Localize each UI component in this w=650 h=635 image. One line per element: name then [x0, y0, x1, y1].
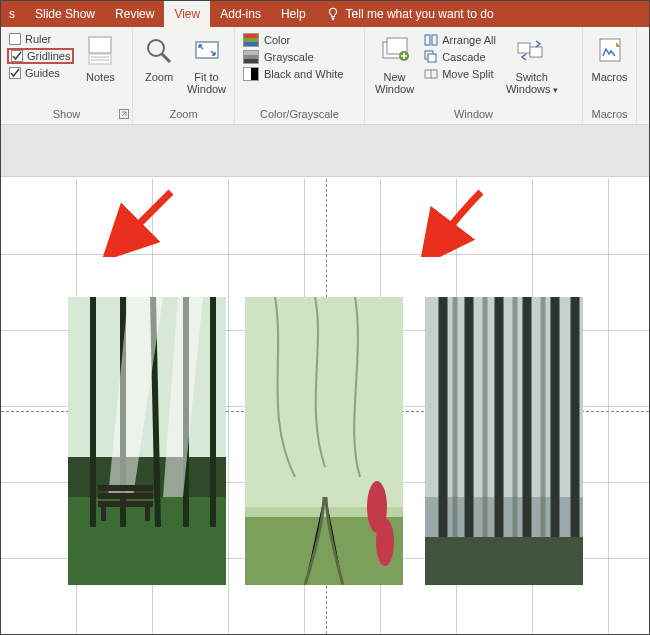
notes-button[interactable]: Notes	[80, 31, 120, 83]
fit-window-button[interactable]: Fit toWindow	[185, 31, 228, 95]
move-split-button[interactable]: Move Split	[424, 67, 496, 81]
group-colorgray: Color Grayscale Black and White Color/Gr…	[235, 27, 365, 124]
svg-rect-52	[425, 537, 583, 585]
chevron-down-icon: ▾	[553, 85, 558, 95]
svg-rect-31	[98, 493, 153, 499]
cascade-button[interactable]: Cascade	[424, 50, 496, 64]
svg-rect-32	[98, 501, 153, 507]
lightbulb-icon	[326, 7, 340, 21]
color-swatch-icon	[243, 33, 259, 47]
svg-rect-19	[600, 39, 620, 61]
svg-rect-33	[101, 507, 106, 521]
switch-windows-button[interactable]: SwitchWindows▾	[502, 31, 562, 96]
arrange-icon	[424, 33, 438, 47]
bw-button[interactable]: Black and White	[241, 67, 345, 81]
svg-rect-34	[145, 507, 150, 521]
zoom-button[interactable]: Zoom	[139, 31, 179, 83]
move-split-icon	[424, 67, 438, 81]
misty-forest-photo[interactable]	[425, 297, 583, 585]
group-show-label: Show	[53, 108, 81, 120]
park-bench-photo[interactable]	[68, 297, 226, 585]
svg-point-39	[376, 518, 394, 566]
dialog-launcher-icon[interactable]	[119, 109, 129, 119]
annotation-arrow-left	[91, 187, 181, 257]
group-zoom-label: Zoom	[169, 108, 197, 120]
checkbox-guides[interactable]: Guides	[7, 67, 74, 79]
tell-me-label: Tell me what you want to do	[346, 7, 494, 21]
group-window: NewWindow Arrange All Cascade Move Split	[365, 27, 583, 124]
cascade-icon	[424, 50, 438, 64]
tab-addins[interactable]: Add-ins	[210, 1, 271, 27]
group-macros-label: Macros	[591, 108, 627, 120]
tab-slideshow[interactable]: Slide Show	[25, 1, 105, 27]
macros-button[interactable]: Macros	[589, 31, 630, 83]
svg-rect-12	[432, 35, 437, 45]
tab-help[interactable]: Help	[271, 1, 316, 27]
slide-canvas[interactable]	[1, 179, 649, 634]
checkbox-ruler[interactable]: Ruler	[7, 33, 74, 45]
group-window-label: Window	[454, 108, 493, 120]
new-window-button[interactable]: NewWindow	[371, 31, 418, 95]
tell-me-search[interactable]: Tell me what you want to do	[316, 7, 494, 21]
svg-rect-14	[428, 54, 436, 62]
group-show: Ruler Gridlines Guides Notes Show	[1, 27, 133, 124]
fit-window-icon	[192, 33, 222, 69]
svg-rect-0	[89, 37, 111, 53]
ribbon-tabs: s Slide Show Review View Add-ins Help Te…	[1, 1, 649, 27]
switch-windows-icon	[516, 33, 548, 69]
group-macros: Macros Macros	[583, 27, 637, 124]
foggy-track-photo[interactable]	[245, 297, 403, 585]
annotation-arrow-right	[401, 187, 491, 257]
svg-rect-1	[89, 54, 111, 64]
svg-point-5	[148, 40, 164, 56]
svg-rect-17	[518, 43, 530, 53]
grayscale-button[interactable]: Grayscale	[241, 50, 345, 64]
tab-review[interactable]: Review	[105, 1, 164, 27]
new-window-icon	[380, 33, 410, 69]
arrange-all-button[interactable]: Arrange All	[424, 33, 496, 47]
tab-view[interactable]: View	[164, 1, 210, 27]
svg-rect-11	[425, 35, 430, 45]
svg-rect-18	[530, 47, 542, 57]
group-colorgray-label: Color/Grayscale	[260, 108, 339, 120]
ribbon-substrip	[1, 125, 649, 177]
group-zoom: Zoom Fit toWindow Zoom	[133, 27, 235, 124]
svg-rect-30	[98, 485, 153, 491]
tab-truncated[interactable]: s	[5, 1, 25, 27]
grayscale-swatch-icon	[243, 50, 259, 64]
color-button[interactable]: Color	[241, 33, 345, 47]
magnifier-icon	[144, 33, 174, 69]
svg-line-6	[162, 54, 170, 62]
svg-rect-36	[245, 297, 403, 507]
bw-swatch-icon	[243, 67, 259, 81]
notes-icon	[86, 33, 114, 69]
checkbox-gridlines[interactable]: Gridlines	[7, 48, 74, 64]
macros-icon	[596, 33, 624, 69]
ribbon: Ruler Gridlines Guides Notes Show	[1, 27, 649, 125]
